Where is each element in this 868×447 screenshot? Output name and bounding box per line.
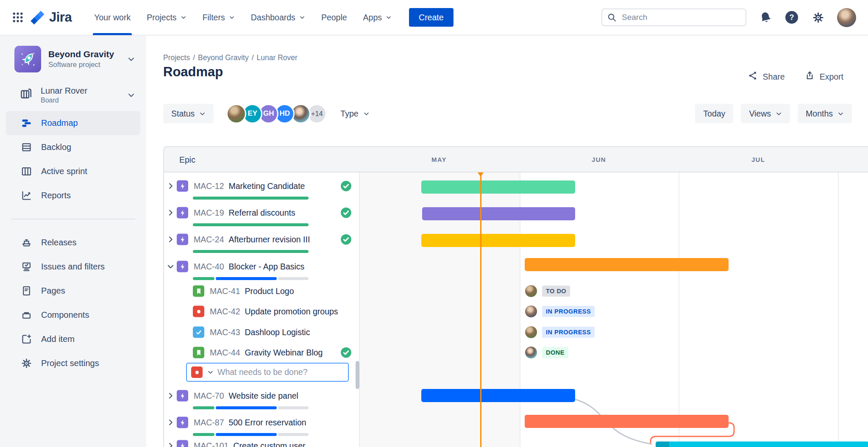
breadcrumb-separator: / (252, 53, 254, 62)
backlog-icon (20, 142, 32, 153)
nav-item-people[interactable]: People (313, 0, 355, 35)
timeline-gridline (359, 147, 360, 447)
sidebar-item-roadmap[interactable]: Roadmap (6, 111, 140, 135)
chevron-down-icon (776, 111, 782, 117)
nav-item-projects[interactable]: Projects (139, 0, 194, 35)
jira-logo[interactable]: Jira (30, 9, 72, 25)
user-avatar[interactable] (837, 8, 856, 27)
progress-segment (193, 277, 214, 280)
create-button[interactable]: Create (409, 8, 453, 27)
help-icon[interactable]: ? (785, 10, 799, 25)
nav-item-label: Dashboards (251, 13, 295, 22)
nav-item-apps[interactable]: Apps (355, 0, 400, 35)
breadcrumb-link-beyond-gravity[interactable]: Beyond Gravity (198, 53, 249, 62)
assignee-avatar[interactable] (525, 305, 537, 317)
nav-item-filters[interactable]: Filters (195, 0, 243, 35)
issue-row-mac-42: MAC-42Update promotion groups (164, 306, 359, 317)
done-check-icon (340, 347, 352, 358)
assignee-avatar[interactable] (525, 347, 537, 358)
chevron-collapsed-icon[interactable] (164, 419, 177, 427)
nav-item-dashboards[interactable]: Dashboards (243, 0, 313, 35)
board-icon (19, 88, 33, 103)
months-dropdown[interactable]: Months (798, 104, 852, 123)
app-name: Jira (49, 10, 72, 25)
timeline-bar-mac-40[interactable] (525, 258, 729, 271)
assignee-avatar[interactable] (525, 326, 537, 338)
sidebar-item-backlog[interactable]: Backlog (0, 135, 146, 159)
breadcrumb-separator: / (193, 53, 195, 62)
type-filter-dropdown[interactable]: Type (340, 109, 369, 119)
chevron-down-icon (199, 111, 206, 117)
chevron-expanded-icon[interactable] (164, 263, 177, 271)
export-button[interactable]: Export (804, 70, 843, 83)
nav-item-your-work[interactable]: Your work (86, 0, 139, 35)
today-marker-line (480, 173, 481, 447)
progress-segment (216, 433, 277, 436)
project-switcher[interactable]: Beyond Gravity Software project (14, 46, 135, 72)
status-filter-dropdown[interactable]: Status (163, 104, 214, 123)
chevron-down-icon (363, 111, 370, 117)
issue-name: Referral discounts (229, 208, 295, 218)
board-switcher[interactable]: Lunar Rover Board (19, 86, 135, 104)
sprint-cap (656, 441, 669, 447)
issue-type-selector-chevron-icon[interactable] (207, 369, 214, 375)
sidebar-item-releases[interactable]: Releases (0, 230, 146, 255)
epic-issue-type-icon (177, 417, 188, 428)
sidebar-item-active-sprint[interactable]: Active sprint (0, 159, 146, 183)
progress-segment (193, 433, 214, 436)
chevron-collapsed-icon[interactable] (164, 209, 177, 217)
sidebar-item-reports[interactable]: Reports (0, 183, 146, 208)
avatar-user-1[interactable] (226, 104, 246, 124)
issue-name: Dashloop Logistic (245, 328, 310, 337)
sidebar-item-issues-and-filters[interactable]: Issues and filters (0, 255, 146, 279)
epic-progress-bar (193, 277, 309, 280)
issue-name: Blocker - App Basics (229, 262, 305, 272)
settings-gear-icon[interactable] (811, 10, 825, 25)
project-name: Beyond Gravity (48, 49, 114, 59)
sidebar-item-add-item[interactable]: Add item (0, 327, 146, 351)
notifications-bell-icon[interactable] (758, 10, 773, 25)
timeline-header: Epic MAYJUNJUL (164, 147, 868, 172)
issue-name: Product Logo (245, 286, 294, 296)
issue-key: MAC-19 (194, 208, 224, 218)
views-dropdown[interactable]: Views (741, 104, 790, 123)
done-check-icon (340, 234, 352, 245)
sidebar-item-label: Active sprint (41, 167, 87, 176)
create-issue-input[interactable]: What needs to be done? (217, 367, 308, 377)
issues-filters-icon (20, 261, 32, 272)
sidebar-item-project-settings[interactable]: Project settings (0, 351, 146, 375)
timeline-bar-mac-101[interactable] (656, 441, 868, 447)
chevron-collapsed-icon[interactable] (164, 442, 177, 447)
chevron-collapsed-icon[interactable] (164, 182, 177, 190)
sidebar-item-label: Releases (41, 238, 76, 247)
chevron-down-icon (127, 55, 135, 63)
timeline-bar-mac-24[interactable] (421, 234, 575, 247)
sidebar-item-label: Add item (41, 334, 75, 344)
search-input[interactable] (601, 8, 746, 26)
issue-key: MAC-43 (210, 328, 240, 337)
epic-issue-type-icon (177, 390, 188, 402)
timeline-bar-mac-70[interactable] (421, 389, 575, 402)
chevron-collapsed-icon[interactable] (164, 236, 177, 244)
share-button[interactable]: Share (748, 70, 785, 83)
chevron-collapsed-icon[interactable] (164, 392, 177, 400)
issue-name: Marketing Candidate (229, 181, 305, 191)
breadcrumb-link-lunar-rover[interactable]: Lunar Rover (257, 53, 298, 62)
timeline-month-jun: JUN (592, 147, 606, 172)
app-switcher-icon[interactable] (12, 11, 24, 23)
today-button[interactable]: Today (695, 104, 733, 123)
timeline-bar-mac-12[interactable] (421, 180, 575, 194)
epic-row-mac-19: MAC-19Referral discounts (164, 207, 359, 219)
sidebar-item-components[interactable]: Components (0, 303, 146, 327)
nav-item-label: Your work (94, 13, 131, 22)
sidebar-item-pages[interactable]: Pages (0, 279, 146, 303)
done-check-icon (340, 180, 352, 192)
timeline-bar-mac-19[interactable] (422, 207, 575, 220)
vertical-scrollbar-thumb[interactable] (356, 361, 359, 389)
sidebar-item-label: Issues and filters (41, 262, 105, 272)
epic-issue-type-icon (177, 234, 188, 245)
assignee-avatar[interactable] (525, 285, 537, 297)
project-sidebar: Beyond Gravity Software project Lunar Ro… (0, 36, 146, 447)
breadcrumb-link-projects[interactable]: Projects (163, 53, 190, 62)
timeline-bar-mac-87[interactable] (525, 415, 729, 428)
